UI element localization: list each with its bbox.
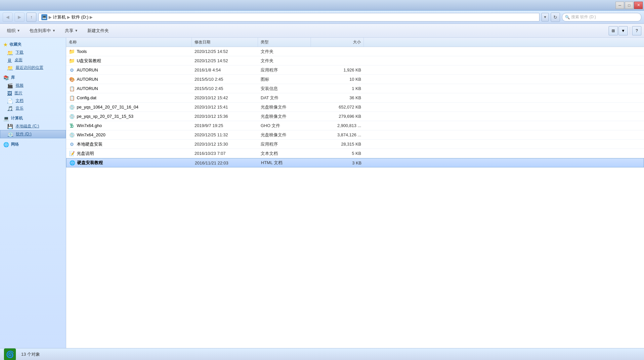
file-type-cell: 文件夹: [258, 58, 311, 64]
table-row[interactable]: ⚙ 本地硬盘安装 2020/10/12 15:30 应用程序 28,315 KB: [66, 140, 644, 149]
file-name: Config.dat: [77, 95, 96, 100]
file-type-cell: 光盘映像文件: [258, 104, 311, 110]
music-label: 音乐: [16, 106, 23, 111]
desktop-label: 桌面: [15, 57, 22, 63]
path-sep2: ▶: [67, 15, 70, 20]
file-name: AUTORUN: [77, 86, 98, 91]
file-type-icon: 💿: [69, 104, 75, 110]
share-button[interactable]: 共享 ▼: [61, 25, 82, 36]
address-path[interactable]: 💻 ▶ 计算机 ▶ 软件 (D:) ▶: [38, 13, 539, 22]
folder-icon: 📁: [69, 49, 75, 55]
sidebar-item-recent[interactable]: 📁 最近访问的位置: [0, 64, 66, 71]
sidebar-item-video[interactable]: 🎬 视频: [0, 82, 66, 89]
col-type-header[interactable]: 类型: [258, 38, 311, 47]
table-row[interactable]: 🌐 硬盘安装教程 2016/11/21 22:03 HTML 文档 3 KB: [66, 158, 644, 167]
close-button[interactable]: ✕: [634, 2, 643, 9]
file-size-cell: 10 KB: [311, 77, 364, 82]
include-button[interactable]: 包含到库中 ▼: [25, 25, 60, 36]
img-icon: 🎨: [69, 77, 75, 82]
status-count: 13 个对象: [21, 351, 40, 357]
col-name-header[interactable]: 名称: [66, 38, 192, 47]
title-bar: ─ □ ✕: [0, 0, 644, 11]
file-size-cell: 36 KB: [311, 95, 364, 100]
search-icon: 🔍: [565, 15, 570, 20]
status-app-icon: 🌀: [4, 348, 16, 360]
organize-button[interactable]: 组织 ▼: [3, 25, 24, 36]
table-row[interactable]: 🗜 Win7x64.gho 2019/9/7 19:25 GHO 文件 2,90…: [66, 121, 644, 130]
sidebar-item-document[interactable]: 📄 文档: [0, 97, 66, 105]
file-date-cell: 2015/5/10 2:45: [192, 86, 258, 91]
address-dropdown[interactable]: ▼: [541, 13, 549, 22]
computer-label: 计算机: [11, 115, 23, 121]
sidebar-item-local-c[interactable]: 💾 本地磁盘 (C:): [0, 122, 66, 130]
file-size-cell: 5 KB: [311, 151, 364, 156]
table-row[interactable]: 📁 U盘安装教程 2020/12/25 14:52 文件夹: [66, 56, 644, 66]
include-dropdown-icon: ▼: [52, 29, 56, 32]
file-type-cell: HTML 文档: [258, 160, 311, 166]
view-button[interactable]: ⊞: [609, 26, 618, 35]
file-list-container: 名称 修改日期 类型 大小 📁 Tools 2020/12/25 14:52 文…: [66, 38, 644, 348]
search-box[interactable]: 🔍 搜索 软件 (D:): [562, 13, 641, 22]
maximize-button[interactable]: □: [625, 2, 633, 9]
table-row[interactable]: 💿 Win7x64_2020 2020/12/25 11:32 光盘映像文件 3…: [66, 130, 644, 140]
share-dropdown-icon: ▼: [75, 29, 78, 32]
table-row[interactable]: ⚙ AUTORUN 2016/1/8 4:54 应用程序 1,926 KB: [66, 66, 644, 75]
table-row[interactable]: 📋 Config.dat 2020/10/12 15:42 DAT 文件 36 …: [66, 93, 644, 103]
sidebar-section-favorites-header[interactable]: ★ 收藏夹: [0, 40, 66, 49]
favorites-label: 收藏夹: [10, 42, 21, 47]
help-button[interactable]: ?: [632, 26, 641, 35]
file-type-cell: GHO 文件: [258, 123, 311, 129]
video-icon: 🎬: [7, 83, 13, 88]
table-row[interactable]: 📋 AUTORUN 2015/5/10 2:45 安装信息 1 KB: [66, 84, 644, 93]
table-row[interactable]: 💿 pe_yqs_xp_20_07_31_15_53 2020/10/12 15…: [66, 112, 644, 121]
file-name-cell: 📋 Config.dat: [66, 95, 192, 101]
table-row[interactable]: 📝 光盘说明 2016/10/23 7:07 文本文档 5 KB: [66, 149, 644, 158]
sidebar-section-library-header[interactable]: 📚 库: [0, 73, 66, 82]
music-icon: 🎵: [7, 106, 13, 111]
image-label: 图片: [15, 90, 22, 96]
folder-icon: 📁: [69, 58, 75, 64]
file-name: pe_yqs_xp_20_07_31_15_53: [77, 114, 133, 119]
file-date-cell: 2015/5/10 2:45: [192, 77, 258, 82]
file-date-cell: 2016/1/8 4:54: [192, 68, 258, 72]
path-computer[interactable]: 计算机: [53, 14, 66, 20]
file-name: 本地硬盘安装: [77, 141, 103, 147]
file-type-cell: 文本文档: [258, 151, 311, 157]
minimize-button[interactable]: ─: [616, 2, 624, 9]
sidebar-section-network-header[interactable]: 🌐 网络: [0, 140, 66, 149]
table-row[interactable]: 📁 Tools 2020/12/25 14:52 文件夹: [66, 47, 644, 56]
file-name: Tools: [77, 49, 87, 54]
file-date-cell: 2019/9/7 19:25: [192, 123, 258, 128]
file-type-icon: 💿: [69, 113, 75, 119]
up-button[interactable]: ↑: [26, 13, 36, 22]
sidebar-item-download[interactable]: 📁 下载: [0, 49, 66, 56]
forward-button[interactable]: ▶: [15, 13, 24, 22]
table-row[interactable]: 💿 pe_yqs_1064_20_07_31_16_04 2020/10/12 …: [66, 103, 644, 112]
table-row[interactable]: 🎨 AUTORUN 2015/5/10 2:45 图标 10 KB: [66, 75, 644, 84]
new-folder-button[interactable]: 新建文件夹: [83, 25, 113, 36]
sidebar-item-music[interactable]: 🎵 音乐: [0, 105, 66, 112]
view-dropdown[interactable]: ▼: [619, 26, 628, 35]
share-label: 共享: [65, 28, 73, 34]
path-drive[interactable]: 软件 (D:): [71, 14, 88, 20]
sidebar-item-soft-d[interactable]: 💿 软件 (D:): [0, 130, 66, 138]
file-type-icon: 📝: [69, 151, 75, 157]
sidebar-section-computer-header[interactable]: 💻 计算机: [0, 114, 66, 122]
file-name-cell: 📁 U盘安装教程: [66, 58, 192, 64]
file-size-cell: 28,315 KB: [311, 142, 364, 147]
local-c-label: 本地磁盘 (C:): [16, 123, 39, 129]
back-button[interactable]: ◀: [3, 13, 13, 22]
toolbar: 组织 ▼ 包含到库中 ▼ 共享 ▼ 新建文件夹 ⊞ ▼ ?: [0, 24, 644, 38]
col-size-header[interactable]: 大小: [311, 38, 364, 47]
file-name-cell: 📁 Tools: [66, 49, 192, 55]
sidebar-item-image[interactable]: 🖼 图片: [0, 89, 66, 97]
file-type-cell: 文件夹: [258, 49, 311, 55]
dat-icon: 📋: [69, 95, 75, 101]
file-name-cell: ⚙ AUTORUN: [66, 67, 192, 73]
sidebar-item-desktop[interactable]: 🖥 桌面: [0, 56, 66, 64]
main-container: ★ 收藏夹 📁 下载 🖥 桌面 📁 最近访问的位置 📚 库: [0, 38, 644, 348]
local-c-icon: 💾: [7, 124, 13, 129]
col-date-header[interactable]: 修改日期: [192, 38, 258, 47]
refresh-button[interactable]: ↻: [551, 13, 560, 22]
network-icon: 🌐: [3, 142, 9, 147]
